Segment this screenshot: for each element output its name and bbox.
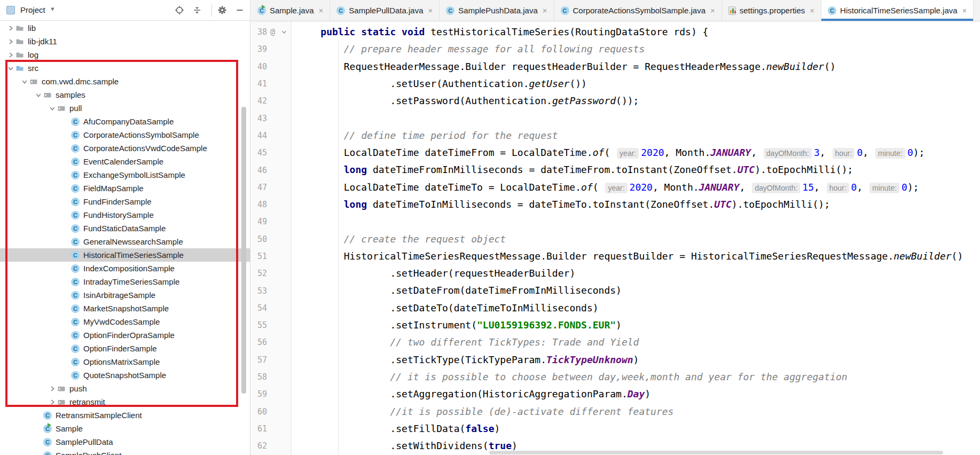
tree-item-myvwdcodessample[interactable]: CMyVwdCodesSample xyxy=(0,315,250,328)
tree-item-label: CorporateActionsSymbolSample xyxy=(82,130,199,139)
tree-item-lib-jdk11[interactable]: lib-jdk11 xyxy=(0,35,250,48)
code-line[interactable]: .setFillData(false) xyxy=(292,420,980,437)
tree-item-intradaytimeseriessample[interactable]: CIntradayTimeSeriesSample xyxy=(0,275,250,288)
tree-item-label: OptionsMatrixSample xyxy=(82,357,160,366)
code-line[interactable] xyxy=(292,109,980,127)
tree-item-sample[interactable]: CSample xyxy=(0,422,250,435)
tree-item-eventcalendersample[interactable]: CEventCalenderSample xyxy=(0,155,250,168)
tree-item-retransmitsampleclient[interactable]: CRetransmitSampleClient xyxy=(0,409,250,422)
tab-samplepushdata.java[interactable]: CSamplePushData.java× xyxy=(440,0,554,21)
tree-item-log[interactable]: log xyxy=(0,48,250,61)
hide-panel-icon[interactable] xyxy=(234,4,246,16)
code-token: .setDateTo(dateTimeToInMilliseconds) xyxy=(390,302,598,313)
tree-item-corporateactionssymbolsample[interactable]: CCorporateActionsSymbolSample xyxy=(0,128,250,142)
collapse-all-icon[interactable] xyxy=(191,4,203,16)
package-icon xyxy=(29,77,38,86)
gutter-line: 44 xyxy=(251,127,291,144)
package-icon xyxy=(57,398,66,406)
gutter-line: 55 xyxy=(251,317,291,334)
tree-item-marketsnapshotsample[interactable]: CMarketSnapshotSample xyxy=(0,302,250,315)
tree-item-com.vwd.dmc.sample[interactable]: com.vwd.dmc.sample xyxy=(0,75,250,88)
code-line[interactable]: RequestHeaderMessage.Builder requestHead… xyxy=(292,58,980,75)
tab-corporateactionssymbolsample.java[interactable]: CCorporateActionsSymbolSample.java× xyxy=(554,0,722,21)
editor-code-area[interactable]: public static void testHistoricalTimeSer… xyxy=(292,21,980,455)
code-line[interactable]: // it is possible to choose between day,… xyxy=(292,368,980,386)
tab-sample.java[interactable]: CSample.java× xyxy=(251,0,330,21)
tree-item-optionfinderoprasample[interactable]: COptionFinderOpraSample xyxy=(0,328,250,342)
code-line[interactable]: // create the request object xyxy=(292,231,980,248)
tab-historicaltimeseriessample.java[interactable]: CHistoricalTimeSeriesSample.java× xyxy=(821,0,974,21)
code-line[interactable]: .setTickType(TickTypeParam.TickTypeUnkno… xyxy=(292,351,980,368)
code-line[interactable]: .setDateTo(dateTimeToInMilliseconds) xyxy=(292,300,980,317)
fold-region-icon[interactable] xyxy=(278,29,289,35)
tree-item-afucompanydatasample[interactable]: CAfuCompanyDataSample xyxy=(0,115,250,128)
project-panel-title[interactable]: Project xyxy=(20,5,45,14)
code-line[interactable]: .setUser(Authentication.getUser()) xyxy=(292,75,980,92)
tree-item-quotesnapshotsample[interactable]: CQuoteSnapshotSample xyxy=(0,368,250,382)
code-token: false xyxy=(465,423,494,434)
code-line[interactable]: .setAggregation(HistoricAggregationParam… xyxy=(292,386,980,403)
tree-item-optionsmatrixsample[interactable]: COptionsMatrixSample xyxy=(0,355,250,368)
tree-item-samples[interactable]: samples xyxy=(0,88,250,101)
close-icon[interactable]: × xyxy=(427,6,433,15)
chevron-down-icon xyxy=(49,105,56,112)
tab-settings.properties[interactable]: settings.properties× xyxy=(722,0,821,21)
tab-samplepulldata.java[interactable]: CSamplePullData.java× xyxy=(330,0,440,21)
code-line[interactable]: // two different TickTypes: Trade and Yi… xyxy=(292,334,980,351)
code-token: ( xyxy=(593,182,605,193)
code-line[interactable]: HistoricalTimeSeriesRequestMessage.Build… xyxy=(292,248,980,265)
code-line[interactable]: // prepare header message for all follow… xyxy=(292,41,980,58)
code-line[interactable] xyxy=(292,213,980,230)
code-token: UTC xyxy=(738,164,755,175)
code-token: , xyxy=(814,182,826,193)
editor-gutter: 38@3940414243444546474849505152535455565… xyxy=(251,21,292,455)
tree-item-fundfindersample[interactable]: CFundFinderSample xyxy=(0,195,250,208)
code-line[interactable]: .setHeader(requestHeaderBuilder) xyxy=(292,265,980,282)
code-line[interactable]: LocalDateTime dateTimeFrom = LocalDateTi… xyxy=(292,144,980,161)
locate-icon[interactable] xyxy=(174,4,185,16)
tree-item-pull[interactable]: pull xyxy=(0,101,250,115)
chevron-spacer xyxy=(61,185,71,192)
code-line[interactable]: //it is possible (de)-activate different… xyxy=(292,403,980,420)
tree-item-lib[interactable]: lib xyxy=(0,21,250,35)
close-icon[interactable]: × xyxy=(542,6,547,15)
close-icon[interactable]: × xyxy=(809,6,814,15)
tree-item-historicaltimeseriessample[interactable]: CHistoricalTimeSeriesSample xyxy=(0,248,250,262)
line-number: 47 xyxy=(251,183,267,192)
tree-item-src[interactable]: src xyxy=(0,61,250,75)
class-icon: C xyxy=(43,451,52,455)
tree-item-isinarbitragesample[interactable]: CIsinArbitrageSample xyxy=(0,288,250,302)
tree-item-fieldmapsample[interactable]: CFieldMapSample xyxy=(0,182,250,195)
tree-item-exchangesymbollistsample[interactable]: CExchangeSymbolListSample xyxy=(0,168,250,182)
tree-item-optionfindersample[interactable]: COptionFinderSample xyxy=(0,342,250,355)
close-icon[interactable]: × xyxy=(318,6,324,15)
code-line[interactable]: .setInstrument("LU0159196392.FONDS.EUR") xyxy=(292,317,980,334)
chevron-spacer xyxy=(61,252,71,259)
tab-label: CorporateActionsSymbolSample.java xyxy=(573,6,705,15)
tree-item-corporateactionsvwdcodesample[interactable]: CCorporateActionsVwdCodeSample xyxy=(0,142,250,155)
tree-item-samplepulldata[interactable]: CSamplePullData xyxy=(0,435,250,449)
chevron-down-icon[interactable]: ▾ xyxy=(51,5,54,13)
tree-item-push[interactable]: push xyxy=(0,382,250,395)
tree-item-fundhistorysample[interactable]: CFundHistorySample xyxy=(0,208,250,222)
close-icon[interactable]: × xyxy=(961,6,967,15)
code-line[interactable]: // define time period for the request xyxy=(292,127,980,144)
class-icon: C xyxy=(71,224,80,233)
tree-item-generalnewssearchsample[interactable]: CGeneralNewssearchSample xyxy=(0,235,250,248)
tree-item-fundstaticdatasample[interactable]: CFundStaticDataSample xyxy=(0,222,250,235)
tree-item-label: SamplePushClient xyxy=(54,451,121,455)
code-line[interactable]: long dateTimeFromInMilliseconds = dateTi… xyxy=(292,161,980,178)
tree-item-indexcompositionsample[interactable]: CIndexCompositionSample xyxy=(0,262,250,275)
code-line[interactable]: long dateTimeToInMilliseconds = dateTime… xyxy=(292,196,980,213)
editor-horizontal-scrollbar[interactable] xyxy=(489,451,943,454)
close-icon[interactable]: × xyxy=(709,6,715,15)
code-line[interactable]: .setDateFrom(dateTimeFromInMilliseconds) xyxy=(292,282,980,299)
code-token: ) xyxy=(512,440,518,451)
tree-item-samplepushclient[interactable]: CSamplePushClient xyxy=(0,449,250,455)
code-line[interactable]: .setPassword(Authentication.getPassword(… xyxy=(292,92,980,109)
code-line[interactable]: LocalDateTime dateTimeTo = LocalDateTime… xyxy=(292,179,980,196)
tree-vertical-scrollbar[interactable] xyxy=(241,107,246,394)
settings-gear-icon[interactable] xyxy=(216,4,228,16)
code-line[interactable]: public static void testHistoricalTimeSer… xyxy=(292,23,980,41)
tree-item-retransmit[interactable]: retransmit xyxy=(0,395,250,409)
